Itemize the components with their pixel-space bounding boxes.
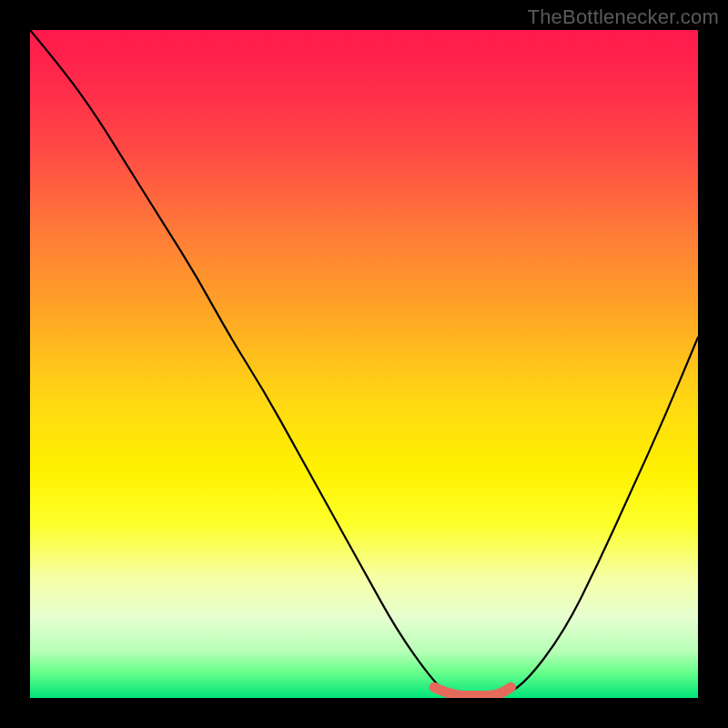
watermark-text: TheBottlenecker.com [528, 5, 719, 29]
bottleneck-curve [30, 30, 698, 698]
highlight-segment [434, 687, 511, 695]
chart-stage: TheBottlenecker.com [0, 0, 728, 728]
curve-layer [30, 30, 698, 698]
plot-area [30, 30, 698, 698]
